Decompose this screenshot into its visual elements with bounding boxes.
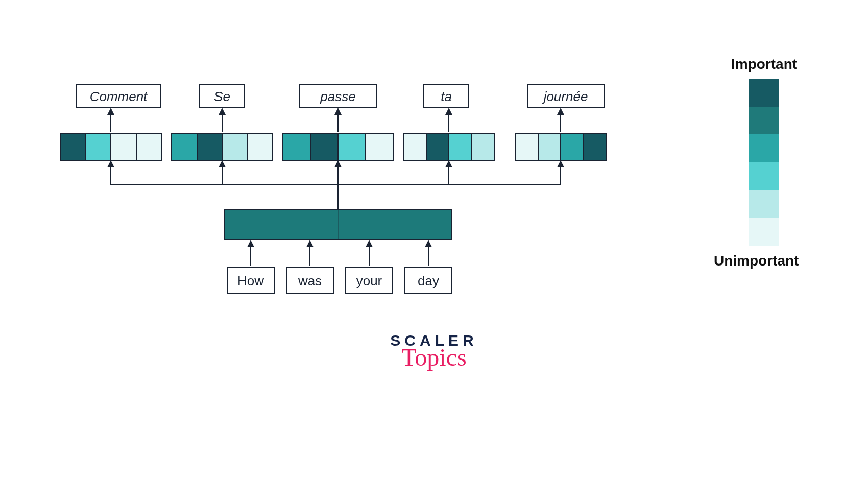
input-word-3: day <box>404 267 452 294</box>
input-word-2: your <box>345 267 393 294</box>
attention-strip-2 <box>282 133 394 161</box>
output-word-0: Comment <box>76 84 161 108</box>
brand-logo: SCALER Topics <box>0 332 868 371</box>
legend-top-label: Important <box>731 56 797 73</box>
input-word-1: was <box>286 267 334 294</box>
output-word-4: journée <box>527 84 605 108</box>
input-word-0: How <box>227 267 275 294</box>
legend-bottom-label: Unimportant <box>714 253 799 269</box>
brand-line2: Topics <box>0 343 868 371</box>
attention-strip-4 <box>515 133 607 161</box>
output-word-1: Se <box>199 84 245 108</box>
output-word-3: ta <box>423 84 469 108</box>
encoder-block <box>224 209 452 240</box>
attention-strip-0 <box>60 133 162 161</box>
attention-diagram: Important Unimportant SCALER Topics Comm… <box>0 0 868 482</box>
attention-strip-3 <box>403 133 495 161</box>
attention-strip-1 <box>171 133 273 161</box>
output-word-2: passe <box>299 84 377 108</box>
importance-legend <box>749 79 779 246</box>
